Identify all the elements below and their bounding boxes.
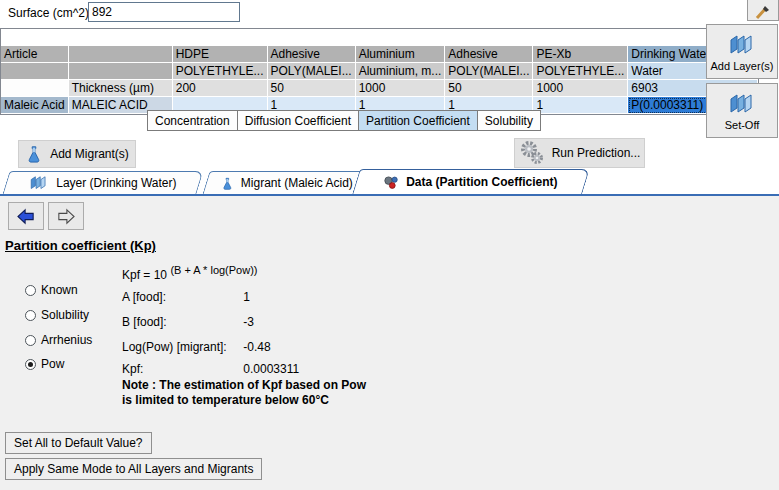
param-a-food: A [food]: 1 — [122, 290, 250, 304]
table-cell[interactable] — [268, 29, 356, 46]
radio-known[interactable]: Known — [25, 283, 78, 297]
param-label: Kpf: — [122, 362, 240, 376]
table-cell[interactable] — [69, 46, 173, 63]
cell-thickness[interactable]: 50 — [445, 80, 533, 97]
cell-thickness[interactable]: 50 — [268, 80, 356, 97]
cell-article[interactable]: Article — [1, 46, 69, 63]
tab-migrant[interactable]: Migrant (Maleic Acid) — [202, 171, 371, 194]
radio-pow-label: Pow — [41, 357, 64, 371]
table-cell[interactable] — [1, 29, 69, 46]
table-row-header: Article HDPE Adhesive Aluminium Adhesive… — [1, 46, 758, 63]
radio-circle[interactable] — [25, 335, 36, 346]
help-pointer-button[interactable] — [747, 0, 779, 21]
table-cell[interactable] — [356, 29, 446, 46]
flask-icon — [25, 144, 43, 164]
kpf-note: Note : The estimation of Kpf based on Po… — [122, 378, 366, 408]
surface-input[interactable] — [88, 2, 240, 22]
add-layers-button[interactable]: Add Layer(s) — [706, 24, 778, 79]
layers-icon — [29, 174, 49, 192]
layers-icon — [728, 91, 756, 117]
run-prediction-label: Run Prediction... — [552, 146, 641, 160]
cell-thickness[interactable]: 1000 — [356, 80, 446, 97]
cell-material[interactable]: POLY(MALEI... — [445, 63, 533, 80]
param-label: A [food]: — [122, 290, 240, 304]
table-row-materials: POLYETHYLE... POLY(MALEI... Aluminium, m… — [1, 63, 758, 80]
radio-solubility[interactable]: Solubility — [25, 308, 89, 322]
forward-arrow-icon — [56, 208, 76, 225]
cell-material[interactable]: POLYETHYLE... — [533, 63, 628, 80]
tab-data[interactable]: Data (Partition Coefficient) — [352, 169, 590, 194]
set-off-label: Set-Off — [725, 119, 760, 131]
cell-partition[interactable]: 1 — [533, 97, 628, 114]
gears-icon — [519, 140, 545, 166]
cell-layer-name[interactable]: HDPE — [173, 46, 268, 63]
formula-base: Kpf = 10 — [122, 268, 167, 282]
param-value: 0.0003311 — [243, 362, 299, 376]
radio-arrhenius-label: Arrhenius — [41, 333, 92, 347]
run-prediction-button[interactable]: Run Prediction... — [514, 138, 645, 168]
param-kpf: Kpf: 0.0003311 — [122, 362, 299, 376]
kpf-formula: Kpf = 10 (B + A * log(Pow)) — [122, 264, 258, 282]
radio-pow[interactable]: Pow — [25, 357, 64, 371]
layers-table: Article HDPE Adhesive Aluminium Adhesive… — [0, 28, 759, 115]
back-arrow-icon — [16, 208, 36, 225]
tab-layer[interactable]: Layer (Drinking Water) — [2, 171, 203, 194]
cell-layer-name[interactable]: PE-Xb — [533, 46, 628, 63]
molecule-icon — [384, 175, 399, 190]
note-line-2: is limited to temperature below 60°C — [122, 393, 366, 408]
radio-circle[interactable] — [25, 310, 36, 321]
back-button[interactable] — [8, 202, 44, 230]
set-off-button[interactable]: Set-Off — [706, 83, 778, 138]
add-migrants-button[interactable]: Add Migrant(s) — [18, 140, 136, 168]
tab-migrant-label: Migrant (Maleic Acid) — [241, 176, 353, 190]
panel-title: Partition coefficient (Kp) — [5, 238, 156, 253]
param-b-food: B [food]: -3 — [122, 315, 254, 329]
table-cell[interactable] — [69, 29, 173, 46]
apply-same-mode-button[interactable]: Apply Same Mode to All Layers and Migran… — [5, 458, 262, 480]
formula-exponent: (B + A * log(Pow)) — [170, 264, 257, 276]
add-layers-label: Add Layer(s) — [711, 60, 774, 72]
tab-partition-coefficient[interactable]: Partition Coefficient — [358, 110, 478, 131]
table-cell[interactable] — [173, 29, 268, 46]
radio-circle[interactable] — [25, 285, 36, 296]
cell-layer-name[interactable]: Adhesive — [445, 46, 533, 63]
cell-migrant-label[interactable]: Maleic Acid — [1, 97, 69, 114]
tab-solubility[interactable]: Solubility — [477, 110, 541, 131]
table-cell[interactable] — [533, 29, 628, 46]
apply-same-mode-label: Apply Same Mode to All Layers and Migran… — [14, 462, 253, 476]
tab-diffusion-coefficient[interactable]: Diffusion Coefficient — [237, 110, 359, 131]
cell-material[interactable]: POLYETHYLE... — [173, 63, 268, 80]
cell-layer-name[interactable]: Aluminium — [356, 46, 446, 63]
application-window: Surface (cm^2) Article HDPE Adhesive Alu… — [0, 0, 779, 490]
param-label: Log(Pow) [migrant]: — [122, 340, 240, 354]
table-row-thickness: Thickness (µm) 200 50 1000 50 1000 6903 — [1, 80, 758, 97]
table-cell[interactable] — [1, 80, 69, 97]
set-default-label: Set All to Default Value? — [14, 436, 143, 450]
cell-material[interactable]: Aluminium, m... — [356, 63, 446, 80]
surface-label: Surface (cm^2) — [8, 6, 89, 20]
pen-cursor-icon — [755, 4, 771, 20]
table-cell[interactable] — [445, 29, 533, 46]
add-migrants-label: Add Migrant(s) — [50, 147, 129, 161]
flask-icon — [221, 176, 234, 191]
table-cell[interactable] — [69, 63, 173, 80]
tab-layer-label: Layer (Drinking Water) — [56, 176, 176, 190]
note-line-1: Note : The estimation of Kpf based on Po… — [122, 378, 366, 393]
table-cell[interactable] — [1, 63, 69, 80]
tab-concentration[interactable]: Concentration — [147, 110, 238, 131]
param-value: -3 — [243, 315, 254, 329]
cell-thickness-label[interactable]: Thickness (µm) — [69, 80, 173, 97]
cell-thickness[interactable]: 200 — [173, 80, 268, 97]
radio-circle-selected[interactable] — [25, 359, 36, 370]
table-row-spacer — [1, 29, 758, 46]
property-tab-strip: Concentration Diffusion Coefficient Part… — [147, 110, 541, 131]
radio-known-label: Known — [41, 283, 78, 297]
radio-arrhenius[interactable]: Arrhenius — [25, 333, 92, 347]
set-default-button[interactable]: Set All to Default Value? — [5, 432, 152, 454]
param-value: -0.48 — [243, 340, 270, 354]
layers-icon — [728, 32, 756, 58]
cell-material[interactable]: POLY(MALEI... — [268, 63, 356, 80]
cell-layer-name[interactable]: Adhesive — [268, 46, 356, 63]
cell-thickness[interactable]: 1000 — [533, 80, 628, 97]
forward-button[interactable] — [48, 202, 84, 230]
